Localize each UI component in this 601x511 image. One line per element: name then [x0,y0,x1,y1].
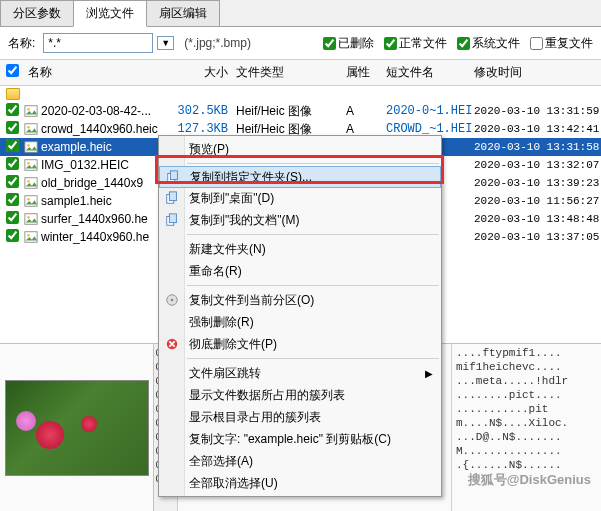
row-checkbox[interactable] [6,211,19,224]
filter-checkbox[interactable]: 重复文件 [530,35,593,52]
header-checkbox[interactable] [0,64,24,81]
header-name[interactable]: 名称 [24,64,176,81]
svg-rect-8 [25,178,37,189]
row-checkbox[interactable] [6,121,19,134]
delete-icon [164,336,180,352]
svg-rect-12 [25,214,37,225]
header-type[interactable]: 文件类型 [236,64,346,81]
header-short[interactable]: 短文件名 [386,64,474,81]
file-size: 302.5KB [176,104,236,118]
menu-label: 全部选择(A) [189,453,253,470]
svg-rect-2 [25,124,37,135]
image-file-icon [24,230,38,244]
file-attr: A [346,104,386,118]
menu-item[interactable]: 强制删除(R) [159,311,441,333]
svg-rect-4 [25,142,37,153]
menu-label: 彻底删除文件(P) [189,336,277,353]
menu-item[interactable]: 全部选择(A) [159,450,441,472]
header-size[interactable]: 大小 [176,64,236,81]
svg-rect-6 [25,160,37,171]
menu-separator [187,234,439,235]
row-checkbox[interactable] [6,157,19,170]
file-name: old_bridge_1440x9 [41,176,143,190]
menu-item[interactable]: 文件扇区跳转▶ [159,362,441,384]
file-mod: 2020-03-10 13:37:05 [474,231,601,243]
row-checkbox[interactable] [6,103,19,116]
row-checkbox[interactable] [6,193,19,206]
folder-up-row[interactable] [0,86,601,102]
svg-point-1 [27,108,30,111]
row-checkbox[interactable] [6,229,19,242]
file-name: surfer_1440x960.he [41,212,148,226]
file-size: 127.3KB [176,122,236,136]
image-file-icon [24,158,38,172]
file-attr: A [346,122,386,136]
svg-rect-21 [169,214,176,223]
svg-point-15 [27,234,30,237]
svg-rect-10 [25,196,37,207]
file-mod: 2020-03-10 11:56:27 [474,195,601,207]
svg-rect-19 [169,192,176,201]
image-file-icon [24,212,38,226]
menu-label: 复制到"我的文档"(M) [189,212,300,229]
preview-pane [0,344,154,511]
filter-toolbar: 名称: ▼ (*.jpg;*.bmp) 已删除正常文件系统文件重复文件 [0,27,601,60]
menu-item[interactable]: 彻底删除文件(P) [159,333,441,355]
file-mod: 2020-03-10 13:31:59 [474,105,601,117]
svg-point-23 [171,299,174,302]
folder-icon [6,88,20,100]
menu-item[interactable]: 显示根目录占用的簇列表 [159,406,441,428]
menu-label: 复制文件到当前分区(O) [189,292,314,309]
column-headers: 名称 大小 文件类型 属性 短文件名 修改时间 [0,60,601,86]
filter-input[interactable] [43,33,153,53]
menu-item[interactable]: 全部取消选择(U) [159,472,441,494]
menu-item[interactable]: 重命名(R) [159,260,441,282]
watermark: 搜狐号@DiskGenius [468,471,591,489]
menu-label: 文件扇区跳转 [189,365,261,382]
context-menu: 预览(P)复制到指定文件夹(S)...复制到"桌面"(D)复制到"我的文档"(M… [158,135,442,497]
file-mod: 2020-03-10 13:48:48 [474,213,601,225]
copy-icon [164,190,180,206]
submenu-arrow-icon: ▶ [425,368,433,379]
menu-item[interactable]: 预览(P) [159,138,441,160]
filter-checkbox[interactable]: 已删除 [323,35,374,52]
image-file-icon [24,104,38,118]
menu-item[interactable]: 复制到"我的文档"(M) [159,209,441,231]
file-name: IMG_0132.HEIC [41,158,129,172]
copy-icon [164,212,180,228]
svg-point-3 [27,126,30,129]
svg-point-7 [27,162,30,165]
menu-item[interactable]: 复制到指定文件夹(S)... [159,166,441,188]
file-mod: 2020-03-10 13:31:58 [474,141,601,153]
menu-item[interactable]: 复制到"桌面"(D) [159,187,441,209]
disk-icon [164,292,180,308]
menu-separator [187,358,439,359]
row-checkbox[interactable] [6,139,19,152]
menu-item[interactable]: 复制文件到当前分区(O) [159,289,441,311]
file-mod: 2020-03-10 13:32:07 [474,159,601,171]
row-checkbox[interactable] [6,175,19,188]
tab-browse[interactable]: 浏览文件 [73,0,147,27]
menu-label: 预览(P) [189,141,229,158]
menu-label: 复制到"桌面"(D) [189,190,274,207]
dropdown-icon[interactable]: ▼ [157,36,174,50]
file-row[interactable]: 2020-02-03-08-42-... 302.5KB Heif/Heic 图… [0,102,601,120]
svg-rect-0 [25,106,37,117]
menu-item[interactable]: 新建文件夹(N) [159,238,441,260]
menu-label: 重命名(R) [189,263,242,280]
tab-sector[interactable]: 扇区编辑 [146,0,220,26]
image-file-icon [24,122,38,136]
menu-label: 新建文件夹(N) [189,241,266,258]
file-name: example.heic [41,140,112,154]
tab-partition[interactable]: 分区参数 [0,0,74,26]
menu-label: 强制删除(R) [189,314,254,331]
header-attr[interactable]: 属性 [346,64,386,81]
filter-checkbox[interactable]: 正常文件 [384,35,447,52]
tab-bar: 分区参数 浏览文件 扇区编辑 [0,0,601,27]
file-name: winter_1440x960.he [41,230,149,244]
menu-item[interactable]: 复制文字: "example.heic" 到剪贴板(C) [159,428,441,450]
filter-checkbox[interactable]: 系统文件 [457,35,520,52]
menu-label: 显示根目录占用的簇列表 [189,409,321,426]
menu-item[interactable]: 显示文件数据所占用的簇列表 [159,384,441,406]
header-mod[interactable]: 修改时间 [474,64,601,81]
